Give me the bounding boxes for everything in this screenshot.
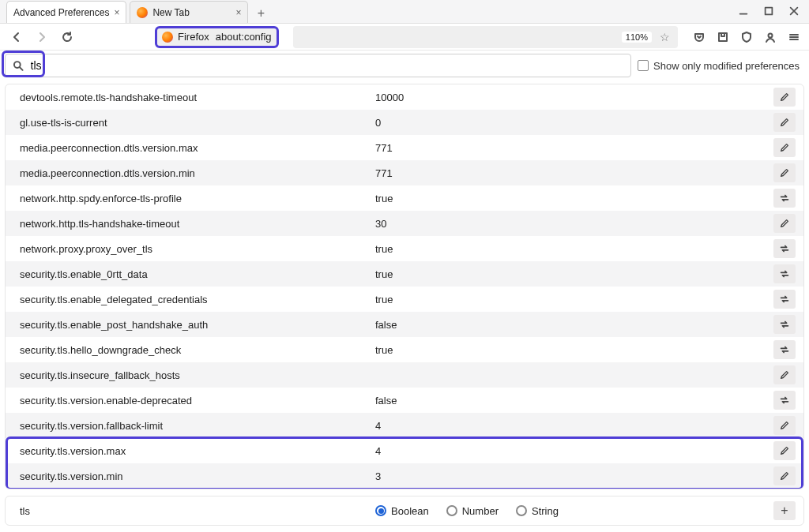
toggle-icon <box>779 395 790 406</box>
svg-point-5 <box>769 33 773 37</box>
arrow-right-icon <box>36 31 48 43</box>
radio-icon <box>446 505 457 516</box>
pref-row[interactable]: security.tls.enable_delegated_credential… <box>6 287 803 312</box>
hamburger-icon <box>788 31 800 43</box>
type-radio-boolean[interactable]: Boolean <box>375 505 429 517</box>
pref-value: 4 <box>375 420 773 432</box>
pref-toggle-button[interactable] <box>773 315 796 334</box>
pref-edit-button[interactable] <box>773 365 796 384</box>
pref-row[interactable]: security.tls.insecure_fallback_hosts <box>6 362 803 388</box>
pref-toggle-button[interactable] <box>773 239 796 258</box>
pref-edit-button[interactable] <box>773 214 796 233</box>
bookmark-star-icon[interactable]: ☆ <box>660 31 670 43</box>
search-input[interactable] <box>29 58 624 73</box>
pref-row[interactable]: security.tls.version.max4 <box>6 438 803 463</box>
tab-new-tab[interactable]: New Tab × <box>130 1 248 23</box>
pref-toggle-button[interactable] <box>773 189 796 208</box>
tab-advanced-preferences[interactable]: Advanced Preferences × <box>6 1 126 23</box>
pref-name: gl.use-tls-is-current <box>20 117 375 129</box>
pref-edit-button[interactable] <box>773 441 796 460</box>
site-identity[interactable]: Firefox <box>162 31 209 43</box>
pref-edit-button[interactable] <box>773 466 796 485</box>
add-preference-button[interactable]: + <box>773 501 796 520</box>
pencil-icon <box>779 420 790 431</box>
toggle-icon <box>779 243 790 254</box>
pocket-button[interactable] <box>692 30 706 44</box>
url-bar[interactable]: Firefox about:config <box>155 26 279 48</box>
pref-name: security.tls.enable_post_handshake_auth <box>20 319 375 331</box>
new-tab-button[interactable]: + <box>251 4 270 23</box>
shield-button[interactable] <box>739 30 754 44</box>
pref-toggle-button[interactable] <box>773 264 796 283</box>
toggle-icon <box>779 319 790 330</box>
show-only-modified[interactable]: Show only modified preferences <box>638 60 804 72</box>
about-config-page: Show only modified preferences devtools.… <box>0 51 809 526</box>
add-preference-row: tls BooleanNumberString + <box>5 496 804 526</box>
pref-name: media.peerconnection.dtls.version.min <box>20 167 375 179</box>
pref-value: 771 <box>375 142 773 154</box>
nav-reload-button[interactable] <box>58 28 76 46</box>
pencil-icon <box>779 445 790 456</box>
pref-row[interactable]: network.proxy.proxy_over_tlstrue <box>6 236 803 261</box>
pref-edit-button[interactable] <box>773 163 796 182</box>
pref-row[interactable]: network.http.tls-handshake-timeout30 <box>6 211 803 236</box>
pref-toggle-button[interactable] <box>773 391 796 410</box>
pref-row[interactable]: media.peerconnection.dtls.version.max771 <box>6 135 803 160</box>
toolbar-right <box>692 30 801 44</box>
pref-value: true <box>375 268 773 280</box>
tab-close-icon[interactable]: × <box>235 7 241 18</box>
svg-line-10 <box>20 67 23 70</box>
pref-edit-button[interactable] <box>773 138 796 157</box>
pref-value: 771 <box>375 167 773 179</box>
reload-icon <box>61 31 73 43</box>
app-menu-button[interactable] <box>787 30 801 44</box>
radio-icon <box>516 505 527 516</box>
pref-row[interactable]: gl.use-tls-is-current0 <box>6 110 803 135</box>
pref-name: security.tls.enable_0rtt_data <box>20 268 375 280</box>
search-icon <box>12 59 24 72</box>
url-bar-wrap: Firefox about:config <box>155 26 279 48</box>
pref-value: 30 <box>375 218 773 230</box>
tab-close-icon[interactable]: × <box>114 7 119 18</box>
close-icon <box>788 5 800 17</box>
nav-back-button[interactable] <box>8 28 25 46</box>
pref-row[interactable]: network.http.spdy.enforce-tls-profiletru… <box>6 185 803 211</box>
pencil-icon <box>779 369 790 380</box>
account-button[interactable] <box>763 30 777 44</box>
pref-row[interactable]: security.tls.enable_0rtt_datatrue <box>6 261 803 287</box>
window-maximize-button[interactable] <box>763 6 774 17</box>
pencil-icon <box>779 218 790 229</box>
pref-name: security.tls.hello_downgrade_check <box>20 344 375 356</box>
type-radio-number[interactable]: Number <box>446 505 499 517</box>
pref-name: network.http.spdy.enforce-tls-profile <box>20 193 375 204</box>
type-radio-string[interactable]: String <box>516 505 559 517</box>
pref-edit-button[interactable] <box>773 88 796 107</box>
save-button[interactable] <box>716 30 730 44</box>
search-row: Show only modified preferences <box>0 51 809 79</box>
pref-row[interactable]: security.tls.version.min3 <box>6 463 803 489</box>
pencil-icon <box>779 167 790 178</box>
pref-row[interactable]: devtools.remote.tls-handshake-timeout100… <box>6 84 803 110</box>
checkbox-icon[interactable] <box>638 60 649 71</box>
preferences-list: devtools.remote.tls-handshake-timeout100… <box>5 84 804 489</box>
pref-row[interactable]: media.peerconnection.dtls.version.min771 <box>6 160 803 185</box>
pref-row[interactable]: security.tls.hello_downgrade_checktrue <box>6 337 803 362</box>
nav-forward-button[interactable] <box>33 28 51 46</box>
firefox-icon <box>162 32 173 43</box>
window-close-button[interactable] <box>788 6 800 17</box>
pref-edit-button[interactable] <box>773 416 796 435</box>
pref-row[interactable]: security.tls.version.enable-deprecatedfa… <box>6 388 803 413</box>
firefox-icon <box>137 7 148 18</box>
pref-name: security.tls.version.fallback-limit <box>20 420 375 432</box>
pref-edit-button[interactable] <box>773 113 796 132</box>
window-minimize-button[interactable] <box>738 6 749 17</box>
zoom-indicator[interactable]: 110% <box>622 32 652 43</box>
pref-value: true <box>375 243 773 255</box>
pref-toggle-button[interactable] <box>773 290 796 309</box>
save-icon <box>717 31 729 43</box>
arrow-left-icon <box>10 31 23 43</box>
pref-toggle-button[interactable] <box>773 340 796 359</box>
pref-row[interactable]: security.tls.enable_post_handshake_authf… <box>6 312 803 337</box>
shield-icon <box>740 31 753 43</box>
pref-row[interactable]: security.tls.version.fallback-limit4 <box>6 413 803 438</box>
